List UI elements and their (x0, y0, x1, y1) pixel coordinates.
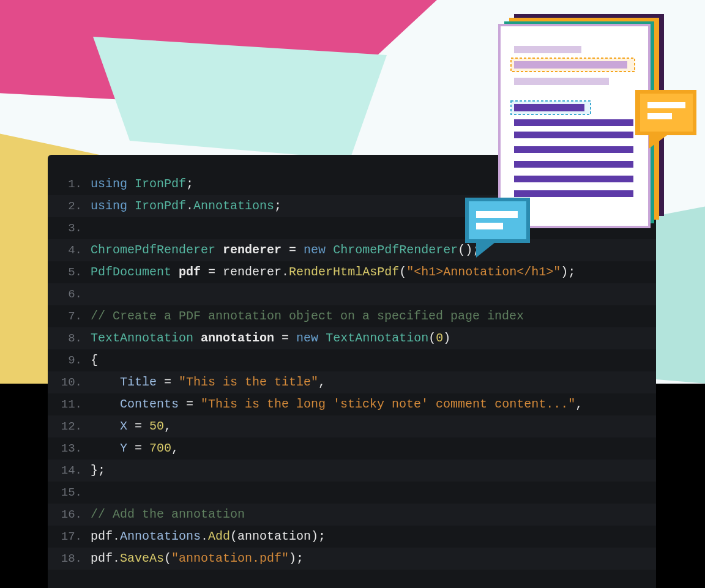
svg-rect-19 (514, 176, 633, 182)
svg-rect-24 (647, 102, 685, 108)
code-line: 12. X = 50, (48, 415, 656, 437)
token-op: ; (274, 199, 282, 213)
token-op: = (179, 397, 201, 411)
token-cm: // Add the annotation (91, 507, 245, 521)
code-line: 18.pdf.SaveAs("annotation.pdf"); (48, 548, 656, 570)
token-meth: RenderHtmlAsPdf (289, 265, 399, 279)
token-str: "<h1>Annotation</h1>" (406, 265, 561, 279)
code-line: 15. (48, 482, 656, 504)
token-prop: Y (120, 441, 127, 455)
token-type: IronPdf (135, 199, 186, 213)
token-op: }; (91, 463, 105, 477)
token-prop: Contents (120, 397, 179, 411)
line-number: 18. (48, 548, 91, 570)
token-dot: . (113, 551, 120, 565)
token-cm: // Create a PDF annotation object on a s… (91, 309, 524, 323)
svg-rect-10 (514, 78, 609, 85)
code-content: Title = "This is the title", (91, 371, 656, 393)
token-dot: . (186, 199, 193, 213)
token-str: "annotation.pdf" (171, 551, 289, 565)
token-prop: Title (120, 375, 157, 389)
token-num: 50 (149, 419, 164, 433)
token-type: ChromePdfRenderer (91, 243, 215, 257)
token-op (193, 331, 201, 345)
token-op: , (575, 397, 583, 411)
code-content: // Add the annotation (91, 504, 656, 526)
token-op: { (91, 353, 98, 367)
line-number: 12. (48, 415, 91, 437)
code-line: 9.{ (48, 349, 656, 371)
code-line: 14.}; (48, 460, 656, 482)
token-dot: . (282, 265, 289, 279)
token-op (215, 243, 223, 257)
line-number: 7. (48, 305, 91, 327)
line-number: 10. (48, 371, 91, 393)
line-number: 11. (48, 393, 91, 415)
token-op (171, 265, 179, 279)
token-prop: X (120, 419, 127, 433)
code-line: 8.TextAnnotation annotation = new TextAn… (48, 327, 656, 349)
token-op: , (318, 375, 326, 389)
token-op (91, 375, 120, 389)
line-number: 14. (48, 460, 91, 482)
code-content: pdf.Annotations.Add(annotation); (91, 526, 656, 548)
line-number: 13. (48, 437, 91, 460)
svg-marker-27 (476, 243, 494, 258)
svg-rect-18 (514, 161, 633, 168)
token-type: ChromePdfRenderer (333, 243, 458, 257)
token-op: ) (443, 331, 450, 345)
token-dot: . (201, 529, 208, 543)
svg-rect-30 (476, 223, 503, 229)
code-line: 10. Title = "This is the title", (48, 371, 656, 393)
svg-rect-15 (514, 119, 633, 126)
token-type: PdfDocument (91, 265, 171, 279)
line-number: 4. (48, 239, 91, 261)
line-number: 8. (48, 327, 91, 349)
token-meth: SaveAs (120, 551, 164, 565)
line-number: 3. (48, 217, 91, 239)
token-prop: Annotations (120, 529, 201, 543)
token-op (318, 331, 326, 345)
svg-rect-16 (514, 132, 633, 138)
token-kw: new (296, 331, 318, 345)
svg-rect-20 (514, 190, 633, 197)
token-op: = (282, 243, 304, 257)
token-op: = (127, 441, 149, 455)
token-op: ( (399, 265, 406, 279)
token-kw: using (91, 177, 127, 191)
line-number: 15. (48, 482, 91, 504)
svg-rect-29 (476, 211, 518, 218)
svg-rect-14 (514, 104, 584, 111)
code-content: Y = 700, (91, 437, 656, 460)
code-content: // Create a PDF annotation object on a s… (91, 305, 656, 327)
token-kw: new (304, 243, 326, 257)
code-content: Contents = "This is the long 'sticky not… (91, 393, 656, 415)
token-op: = (127, 419, 149, 433)
token-var: renderer (223, 243, 282, 257)
code-content: X = 50, (91, 415, 656, 437)
token-str: "This is the title" (179, 375, 318, 389)
token-op: pdf (91, 551, 113, 565)
svg-rect-23 (640, 94, 693, 132)
token-type: IronPdf (135, 177, 186, 191)
token-op (127, 199, 135, 213)
token-op: pdf (91, 529, 113, 543)
svg-rect-12 (514, 61, 627, 69)
token-op (326, 243, 333, 257)
token-op: , (164, 419, 171, 433)
document-stack-illustration (465, 9, 698, 266)
token-num: 700 (149, 441, 171, 455)
token-op: ); (561, 265, 575, 279)
token-var: pdf (179, 265, 201, 279)
code-line: 11. Contents = "This is the long 'sticky… (48, 393, 656, 415)
line-number: 16. (48, 504, 91, 526)
line-number: 1. (48, 173, 91, 195)
code-line: 7.// Create a PDF annotation object on a… (48, 305, 656, 327)
code-content: { (91, 349, 656, 371)
token-op (91, 397, 120, 411)
token-op: ( (428, 331, 436, 345)
code-line: 6. (48, 283, 656, 305)
code-content: pdf.SaveAs("annotation.pdf"); (91, 548, 656, 570)
comment-bubble-blue-icon (465, 198, 530, 258)
token-meth: Add (208, 529, 230, 543)
